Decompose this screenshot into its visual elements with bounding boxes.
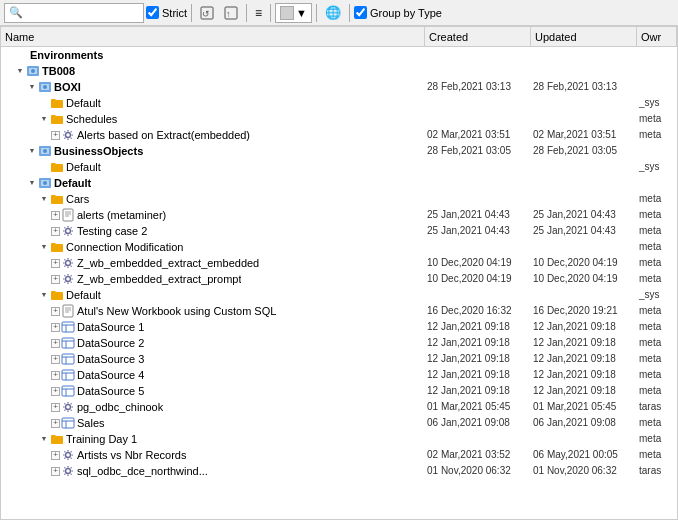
svg-rect-17 (63, 209, 73, 221)
cell-owner: meta (637, 351, 677, 367)
node-icon (38, 176, 52, 190)
globe-button[interactable]: 🌐 (321, 3, 345, 23)
collapse-icon[interactable]: ▼ (39, 194, 49, 204)
collapse-icon[interactable]: ▼ (27, 178, 37, 188)
col-header-name: Name (1, 27, 425, 46)
tree-row[interactable]: + DataSource 3 12 Jan,2021 09:18 12 Jan,… (1, 351, 677, 367)
expand-icon[interactable]: + (51, 467, 60, 476)
cell-name: + DataSource 5 (1, 383, 425, 399)
collapse-icon[interactable]: ▼ (39, 290, 49, 300)
collapse-icon[interactable]: ▼ (27, 146, 37, 156)
cell-updated (531, 287, 637, 303)
expand-icon[interactable]: + (51, 403, 60, 412)
cell-created (425, 239, 531, 255)
node-icon (14, 48, 28, 62)
tree-row[interactable]: + DataSource 2 12 Jan,2021 09:18 12 Jan,… (1, 335, 677, 351)
row-label: Cars (66, 191, 89, 207)
search-box[interactable]: 🔍 (4, 3, 144, 23)
collapse-icon[interactable]: ▼ (15, 66, 25, 76)
tree-row[interactable]: ▼ TB008 (1, 63, 677, 79)
row-label: DataSource 1 (77, 319, 144, 335)
tree-row[interactable]: + Testing case 2 25 Jan,2021 04:43 25 Ja… (1, 223, 677, 239)
tree-row[interactable]: + DataSource 4 12 Jan,2021 09:18 12 Jan,… (1, 367, 677, 383)
color-swatch (280, 6, 294, 20)
cell-created (425, 111, 531, 127)
color-dropdown[interactable]: ▼ (275, 3, 312, 23)
refresh-button[interactable]: ↺ (196, 3, 218, 23)
cell-name: Default (1, 159, 425, 175)
node-icon (61, 224, 75, 238)
svg-text:↺: ↺ (202, 9, 210, 19)
expand-icon[interactable]: + (51, 131, 60, 140)
expand-icon[interactable]: + (51, 387, 60, 396)
folder-icon (50, 432, 64, 446)
tree-row[interactable]: ▼ Default _sys (1, 287, 677, 303)
collapse-icon[interactable]: ▼ (27, 82, 37, 92)
gear-icon (61, 256, 75, 270)
tree-row[interactable]: ▼ BusinessObjects 28 Feb,2021 03:05 28 F… (1, 143, 677, 159)
cell-owner: meta (637, 415, 677, 431)
expand-icon[interactable]: + (51, 419, 60, 428)
strict-checkbox[interactable] (146, 6, 159, 19)
gear-icon (61, 224, 75, 238)
tree-row[interactable]: + DataSource 5 12 Jan,2021 09:18 12 Jan,… (1, 383, 677, 399)
node-icon (38, 80, 52, 94)
cell-created: 02 Mar,2021 03:51 (425, 127, 531, 143)
expand-icon[interactable]: + (51, 355, 60, 364)
cell-name: + DataSource 3 (1, 351, 425, 367)
expand-icon[interactable]: + (51, 339, 60, 348)
filter-button[interactable]: ≡ (251, 3, 266, 23)
row-label: Testing case 2 (77, 223, 147, 239)
expand-icon[interactable]: + (51, 211, 60, 220)
svg-point-21 (66, 229, 71, 234)
export-button[interactable]: ↑ (220, 3, 242, 23)
folder-icon (50, 288, 64, 302)
tree-row[interactable]: + Z_wb_embedded_extract_embedded 10 Dec,… (1, 255, 677, 271)
row-label: Default (66, 95, 101, 111)
expand-icon[interactable]: + (51, 307, 60, 316)
expand-icon[interactable]: + (51, 227, 60, 236)
tree-row[interactable]: ▼ Connection Modification meta (1, 239, 677, 255)
tree-row[interactable]: ▼ Default (1, 175, 677, 191)
folder-icon (50, 240, 64, 254)
cell-created (425, 159, 531, 175)
tree-row[interactable]: + Z_wb_embedded_extract_prompt 10 Dec,20… (1, 271, 677, 287)
expand-icon[interactable]: + (51, 371, 60, 380)
tree-row[interactable]: Environments (1, 47, 677, 63)
tree-row[interactable]: ▼ BOXI 28 Feb,2021 03:13 28 Feb,2021 03:… (1, 79, 677, 95)
tree-row[interactable]: + Atul's New Workbook using Custom SQL 1… (1, 303, 677, 319)
col-header-created: Created (425, 27, 531, 46)
svg-point-43 (66, 405, 71, 410)
search-input[interactable] (23, 7, 123, 19)
tree-panel[interactable]: Name Created Updated Owr Environments ▼ … (0, 26, 678, 520)
cell-updated (531, 431, 637, 447)
tree-row[interactable]: + alerts (metaminer) 25 Jan,2021 04:43 2… (1, 207, 677, 223)
gear-icon (61, 448, 75, 462)
cell-created (425, 175, 531, 191)
tree-row[interactable]: + pg_odbc_chinook 01 Mar,2021 05:45 01 M… (1, 399, 677, 415)
collapse-icon[interactable]: ▼ (39, 242, 49, 252)
cell-name: ▼ Schedules (1, 111, 425, 127)
cell-name: ▼ BusinessObjects (1, 143, 425, 159)
group-by-type-checkbox[interactable] (354, 6, 367, 19)
env-icon (26, 64, 40, 78)
node-icon (61, 272, 75, 286)
tree-row[interactable]: ▼ Schedules meta (1, 111, 677, 127)
tree-row[interactable]: ▼ Cars meta (1, 191, 677, 207)
tree-row[interactable]: + DataSource 1 12 Jan,2021 09:18 12 Jan,… (1, 319, 677, 335)
expand-icon[interactable]: + (51, 451, 60, 460)
tree-row[interactable]: Default _sys (1, 159, 677, 175)
collapse-icon[interactable]: ▼ (39, 434, 49, 444)
folder-icon (50, 112, 64, 126)
tree-row[interactable]: Default _sys (1, 95, 677, 111)
tree-row[interactable]: + Alerts based on Extract(embedded) 02 M… (1, 127, 677, 143)
tree-row[interactable]: + sql_odbc_dce_northwind... 01 Nov,2020 … (1, 463, 677, 479)
collapse-icon[interactable]: ▼ (39, 114, 49, 124)
expand-icon[interactable]: + (51, 275, 60, 284)
tree-row[interactable]: ▼ Training Day 1 meta (1, 431, 677, 447)
tree-row[interactable]: + Sales 06 Jan,2021 09:08 06 Jan,2021 09… (1, 415, 677, 431)
node-icon (26, 64, 40, 78)
expand-icon[interactable]: + (51, 323, 60, 332)
expand-icon[interactable]: + (51, 259, 60, 268)
tree-row[interactable]: + Artists vs Nbr Records 02 Mar,2021 03:… (1, 447, 677, 463)
